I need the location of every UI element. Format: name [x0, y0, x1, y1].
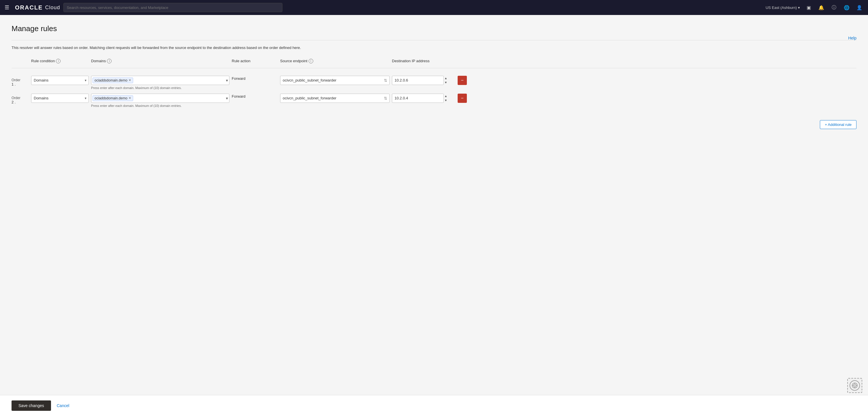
rule-condition-select-2[interactable]: Domains	[31, 94, 89, 103]
domain-tag-text-1: ociaddsdomain.demo	[95, 78, 127, 83]
title-divider	[11, 40, 857, 40]
domain-tag-text-2: ociaddsdomain.demo	[95, 96, 127, 100]
add-rule-button[interactable]: + Additional rule	[820, 120, 857, 129]
oracle-text: ORACLE	[15, 4, 43, 11]
dest-ip-down-1[interactable]: ▾	[445, 81, 447, 85]
oracle-logo: ORACLE Cloud	[15, 4, 60, 11]
rule-condition-info-icon[interactable]: i	[56, 59, 61, 63]
column-headers: Rule condition i Domains i Rule action S…	[11, 57, 857, 66]
dest-ip-up-2[interactable]: ▴	[445, 94, 447, 98]
help-icon[interactable]: ⓘ	[830, 3, 838, 11]
rule-action-1: Forward	[232, 76, 278, 81]
domains-chevron-1[interactable]: ▾	[226, 78, 228, 83]
header-divider	[11, 68, 857, 68]
delete-col-2: −	[458, 94, 475, 103]
domain-tag-1: ociaddsdomain.demo ✕	[93, 77, 133, 83]
search-bar[interactable]	[63, 3, 282, 12]
chevron-down-icon: ▾	[798, 5, 800, 10]
rule-condition-col-header: Rule condition i	[31, 59, 89, 63]
help-widget-icon	[849, 380, 860, 391]
domains-input-1[interactable]: ociaddsdomain.demo ✕ ▾	[91, 76, 229, 85]
dest-ip-col-2: ▴ ▾	[392, 94, 455, 103]
bottom-bar: Save changes Cancel	[0, 395, 868, 416]
source-endpoint-info-icon[interactable]: i	[309, 59, 313, 63]
user-avatar[interactable]: 👤	[855, 3, 863, 11]
bell-icon[interactable]: 🔔	[817, 3, 825, 11]
info-text: This resolver will answer rules based on…	[11, 45, 857, 51]
domains-col-2: ociaddsdomain.demo ✕ ▾ Press enter after…	[91, 94, 229, 107]
delete-col-1: −	[458, 76, 475, 85]
page-content: Help Manage rules This resolver will ans…	[0, 15, 868, 416]
dest-ip-down-2[interactable]: ▾	[445, 98, 447, 102]
rule-action-value-1: Forward	[232, 76, 278, 81]
rule-condition-dropdown-1[interactable]: Domains	[31, 76, 89, 85]
domains-chevron-2[interactable]: ▾	[226, 96, 228, 100]
rule-row-2: Order 2 . Domains ociaddsdomain.demo ✕ ▾…	[11, 91, 857, 108]
topnav-right: US East (Ashburn) ▾ ▣ 🔔 ⓘ 🌐 👤	[766, 3, 863, 11]
domains-input-2[interactable]: ociaddsdomain.demo ✕ ▾	[91, 94, 229, 103]
top-navigation: ☰ ORACLE Cloud US East (Ashburn) ▾ ▣ 🔔 ⓘ…	[0, 0, 868, 15]
dest-ip-up-1[interactable]: ▴	[445, 76, 447, 80]
dest-ip-arrows-1: ▴ ▾	[445, 76, 447, 85]
source-endpoint-dropdown-1[interactable]: ocivcn_public_subnet_forwarder	[280, 76, 390, 85]
source-endpoint-dropdown-2[interactable]: ocivcn_public_subnet_forwarder	[280, 94, 390, 103]
domain-hint-2: Press enter after each domain. Maximum o…	[91, 104, 229, 107]
dest-ip-col-header: Destination IP address	[392, 59, 478, 63]
rule-row-1: Order 1 . Domains ociaddsdomain.demo ✕ ▾…	[11, 73, 857, 91]
source-endpoint-col-header: Source endpoint i	[280, 59, 390, 63]
help-widget[interactable]	[847, 378, 862, 393]
dest-ip-input-2[interactable]	[392, 94, 444, 103]
order-1: Order 1 .	[11, 76, 29, 87]
domain-tag-remove-1[interactable]: ✕	[128, 78, 131, 82]
rule-action-2: Forward	[232, 94, 278, 98]
cloud-text: Cloud	[45, 5, 60, 11]
domains-col-1: ociaddsdomain.demo ✕ ▾ Press enter after…	[91, 76, 229, 90]
domains-info-icon[interactable]: i	[107, 59, 112, 63]
search-input[interactable]	[67, 5, 279, 10]
dest-ip-col-1: ▴ ▾	[392, 76, 455, 85]
source-endpoint-wrap-1[interactable]: ocivcn_public_subnet_forwarder	[280, 76, 390, 85]
rule-action-value-2: Forward	[232, 94, 278, 98]
domain-hint-1: Press enter after each domain. Maximum o…	[91, 86, 229, 90]
domains-col-header: Domains i	[91, 59, 229, 63]
save-changes-button[interactable]: Save changes	[11, 401, 51, 411]
delete-rule-2[interactable]: −	[458, 94, 467, 103]
dest-ip-arrows-2: ▴ ▾	[445, 94, 447, 102]
rule-action-col-header: Rule action	[232, 59, 278, 63]
add-rule-container: + Additional rule	[11, 115, 857, 129]
globe-icon[interactable]: 🌐	[843, 3, 851, 11]
svg-point-2	[855, 385, 855, 386]
domain-tag-2: ociaddsdomain.demo ✕	[93, 95, 133, 101]
help-link[interactable]: Help	[848, 36, 857, 40]
cancel-button[interactable]: Cancel	[57, 403, 69, 408]
order-2: Order 2 .	[11, 94, 29, 104]
delete-rule-1[interactable]: −	[458, 76, 467, 85]
dest-ip-input-1[interactable]	[392, 76, 444, 85]
rule-condition-select-1[interactable]: Domains	[31, 76, 89, 85]
source-endpoint-wrap-2[interactable]: ocivcn_public_subnet_forwarder	[280, 94, 390, 103]
region-label: US East (Ashburn)	[766, 5, 797, 10]
page-title: Manage rules	[11, 24, 857, 33]
terminal-icon[interactable]: ▣	[805, 3, 813, 11]
region-selector[interactable]: US East (Ashburn) ▾	[766, 5, 800, 10]
rule-condition-dropdown-2[interactable]: Domains	[31, 94, 89, 103]
domain-tag-remove-2[interactable]: ✕	[128, 97, 131, 100]
hamburger-icon[interactable]: ☰	[5, 4, 9, 11]
